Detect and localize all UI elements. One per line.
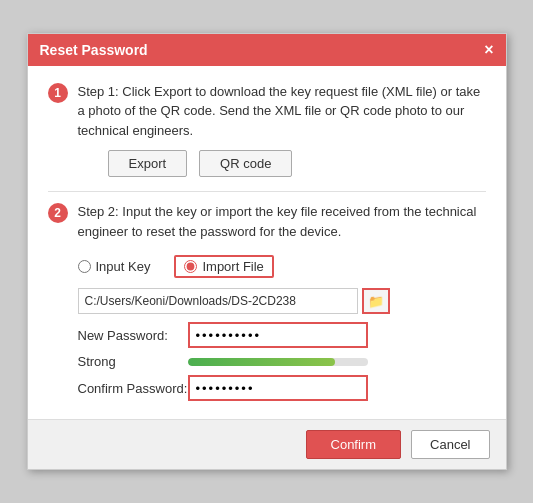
step1-row: 1 Step 1: Click Export to download the k… [48, 82, 486, 178]
strength-row: Strong [78, 354, 486, 369]
new-password-label: New Password: [78, 328, 188, 343]
footer: Confirm Cancel [28, 419, 506, 469]
confirm-password-input[interactable] [188, 375, 368, 401]
dialog-title: Reset Password [40, 42, 148, 58]
strength-label: Strong [78, 354, 188, 369]
divider [48, 191, 486, 192]
reset-password-dialog: Reset Password × 1 Step 1: Click Export … [27, 33, 507, 471]
confirm-password-row: Confirm Password: [78, 375, 486, 401]
step1-number: 1 [48, 83, 68, 103]
close-button[interactable]: × [484, 42, 493, 58]
cancel-button[interactable]: Cancel [411, 430, 489, 459]
folder-icon: 📁 [368, 294, 384, 309]
step1-buttons: Export QR code [108, 150, 486, 177]
step1-text: Step 1: Click Export to download the key… [78, 82, 486, 141]
file-row: 📁 [78, 288, 486, 314]
new-password-row: New Password: [78, 322, 486, 348]
confirm-button[interactable]: Confirm [306, 430, 402, 459]
step2-number: 2 [48, 203, 68, 223]
radio-row: Input Key Import File [78, 255, 486, 278]
dialog-body: 1 Step 1: Click Export to download the k… [28, 66, 506, 420]
qrcode-button[interactable]: QR code [199, 150, 292, 177]
step2-row: 2 Step 2: Input the key or import the ke… [48, 202, 486, 241]
title-bar: Reset Password × [28, 34, 506, 66]
input-key-option[interactable]: Input Key [78, 259, 151, 274]
export-button[interactable]: Export [108, 150, 188, 177]
strength-bar [188, 358, 368, 366]
step2-wrap: 2 Step 2: Input the key or import the ke… [48, 202, 486, 401]
file-path-input[interactable] [78, 288, 358, 314]
confirm-password-label: Confirm Password: [78, 381, 188, 396]
input-key-radio[interactable] [78, 260, 91, 273]
new-password-input[interactable] [188, 322, 368, 348]
step2-text: Step 2: Input the key or import the key … [78, 202, 486, 241]
browse-button[interactable]: 📁 [362, 288, 390, 314]
import-file-radio[interactable] [184, 260, 197, 273]
strength-bar-fill [188, 358, 336, 366]
import-file-label: Import File [202, 259, 263, 274]
import-file-option[interactable]: Import File [174, 255, 273, 278]
input-key-label: Input Key [96, 259, 151, 274]
